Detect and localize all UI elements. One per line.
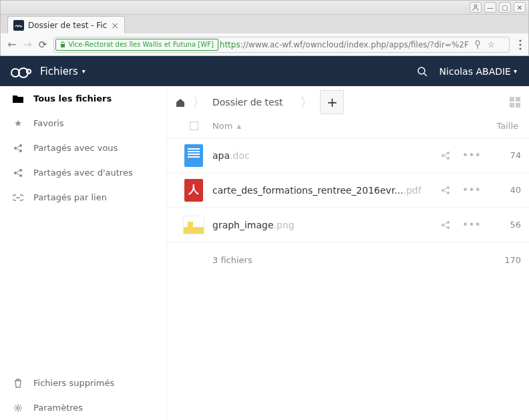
svg-point-32 (447, 192, 450, 194)
svg-point-2 (520, 39, 522, 41)
svg-line-33 (444, 188, 447, 190)
file-ext: .png (274, 220, 295, 230)
file-row[interactable]: graph_image.png ••• 56 (167, 208, 529, 242)
sidebar-item-shared-with-others[interactable]: Partagés avec d'autres (0, 160, 166, 185)
browser-toolbar: ← → ⟳ Vice-Rectorat des îles Wallis et F… (0, 33, 529, 56)
more-icon[interactable]: ••• (462, 184, 481, 196)
column-name-header[interactable]: Nom ▲ (212, 121, 481, 131)
svg-line-18 (17, 171, 19, 172)
link-icon (12, 194, 24, 201)
file-row[interactable]: 人 carte_des_formations_rentree_2016evr..… (167, 173, 529, 208)
tab-close-icon[interactable]: × (111, 20, 119, 31)
sidebar-item-label: Partagés avec d'autres (33, 168, 133, 178)
summary-count: 3 fichiers (212, 255, 481, 265)
svg-rect-24 (516, 103, 520, 108)
pdf-icon: 人 (184, 179, 203, 202)
app-logo[interactable] (0, 65, 40, 78)
breadcrumb-separator-icon: 〉 (192, 93, 206, 112)
reload-button[interactable]: ⟳ (39, 39, 47, 51)
image-icon (183, 216, 204, 234)
browser-tab-bar: Dossier de test - Fic × (0, 15, 529, 33)
app-nav-dropdown[interactable]: Fichiers ▾ (40, 65, 85, 77)
new-button[interactable]: + (320, 90, 344, 114)
svg-line-28 (444, 154, 447, 155)
svg-point-25 (447, 152, 450, 154)
sidebar-item-favorites[interactable]: ★ Favoris (0, 111, 166, 136)
sidebar-item-label: Favoris (33, 118, 64, 128)
share-icon[interactable] (441, 151, 450, 160)
chevron-down-icon: ▾ (514, 67, 517, 75)
svg-point-11 (14, 147, 17, 150)
svg-line-34 (444, 191, 447, 192)
svg-point-20 (17, 407, 19, 409)
star-icon: ★ (12, 118, 24, 128)
pin-icon[interactable] (474, 40, 481, 49)
chevron-down-icon: ▾ (82, 67, 85, 75)
minimize-button[interactable]: — (484, 2, 496, 13)
maximize-button[interactable]: ▢ (499, 2, 511, 13)
ssl-cert-badge[interactable]: Vice-Rectorat des îles Wallis et Futuna … (55, 39, 218, 51)
svg-point-37 (447, 226, 450, 229)
sidebar-item-label: Partagés par lien (33, 192, 107, 202)
sidebar-item-label: Partagés avec vous (33, 143, 118, 153)
user-session-icon[interactable] (470, 2, 482, 13)
sidebar-item-trash[interactable]: Fichiers supprimés (0, 371, 166, 395)
menu-icon[interactable] (519, 39, 522, 50)
column-size-header[interactable]: Taille (481, 121, 521, 131)
svg-point-12 (19, 150, 22, 152)
user-name: Nicolas ABADIE (439, 66, 511, 77)
share-icon[interactable] (441, 186, 450, 195)
file-size: 56 (481, 220, 521, 230)
svg-line-13 (17, 146, 19, 148)
user-menu[interactable]: Nicolas ABADIE ▾ (439, 66, 517, 77)
svg-point-15 (19, 169, 22, 172)
file-size: 40 (481, 185, 521, 195)
svg-rect-1 (61, 44, 65, 47)
summary-size: 170 (481, 255, 521, 265)
sidebar-item-all-files[interactable]: Tous les fichiers (0, 86, 166, 111)
svg-point-30 (447, 186, 450, 189)
more-icon[interactable]: ••• (462, 218, 481, 231)
forward-button[interactable]: → (23, 38, 31, 51)
svg-rect-22 (516, 97, 520, 101)
gear-icon (12, 403, 24, 413)
share-icon[interactable] (441, 220, 450, 230)
main-pane: 〉 Dossier de test 〉 + Nom ▲ Taille apa.d… (167, 86, 529, 420)
folder-summary: 3 fichiers 170 (167, 242, 529, 277)
sidebar-item-settings[interactable]: Paramètres (0, 395, 166, 420)
back-button[interactable]: ← (7, 38, 16, 51)
file-name: carte_des_formations_rentree_2016evr... (212, 185, 403, 196)
svg-point-35 (447, 221, 450, 224)
file-row[interactable]: apa.doc ••• 74 (167, 138, 529, 173)
breadcrumb: 〉 Dossier de test 〉 + (167, 86, 529, 118)
breadcrumb-current[interactable]: Dossier de test (212, 97, 283, 108)
sidebar-item-label: Tous les fichiers (33, 93, 112, 103)
sidebar-item-shared-with-you[interactable]: Partagés avec vous (0, 136, 166, 160)
browser-tab[interactable]: Dossier de test - Fic × (7, 16, 125, 33)
svg-point-31 (442, 189, 444, 192)
bookmark-star-icon[interactable]: ☆ (488, 40, 495, 49)
document-icon (184, 144, 203, 167)
more-icon[interactable]: ••• (462, 149, 481, 162)
svg-point-26 (442, 154, 444, 157)
svg-point-4 (520, 47, 522, 49)
home-icon[interactable] (175, 97, 186, 107)
svg-point-3 (520, 43, 522, 45)
search-icon[interactable] (417, 66, 427, 77)
file-ext: .doc (230, 150, 250, 161)
svg-point-36 (442, 224, 444, 226)
close-window-button[interactable]: ✕ (514, 2, 526, 13)
select-all-checkbox[interactable] (190, 122, 198, 130)
column-headers: Nom ▲ Taille (167, 118, 529, 138)
app-header: Fichiers ▾ Nicolas ABADIE ▾ (0, 56, 529, 86)
favicon-icon (13, 20, 24, 31)
address-bar[interactable]: Vice-Rectorat des îles Wallis et Futuna … (53, 37, 510, 53)
trash-icon (12, 379, 24, 388)
app-nav-label: Fichiers (40, 65, 78, 77)
svg-line-14 (17, 149, 19, 150)
share-icon (12, 144, 24, 153)
share-icon (12, 168, 24, 178)
sidebar-item-shared-by-link[interactable]: Partagés par lien (0, 185, 166, 210)
view-toggle-icon[interactable] (509, 96, 521, 108)
sidebar-item-label: Paramètres (33, 403, 83, 413)
